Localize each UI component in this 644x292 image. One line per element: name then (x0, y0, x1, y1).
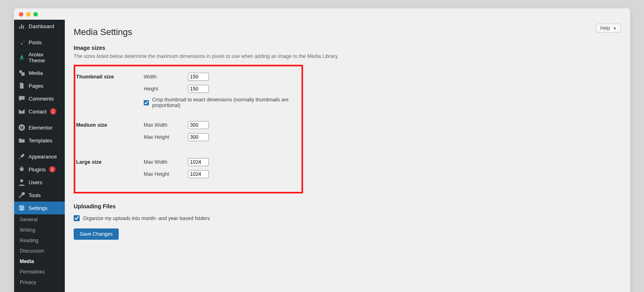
svg-point-2 (20, 179, 23, 182)
window-titlebar (14, 8, 630, 20)
large-max-width-input[interactable] (188, 158, 209, 166)
sidebar-item-label: Settings (29, 205, 47, 211)
thumbnail-size-label: Thumbnail size (75, 70, 144, 111)
thumbnail-height-label: Height (144, 86, 183, 92)
settings-sub-media[interactable]: Media (14, 256, 65, 267)
sidebar-item-label: Media (29, 70, 43, 76)
sidebar-item-label: Pages (29, 83, 43, 89)
image-sizes-highlight: Thumbnail size Width Height (74, 65, 303, 193)
pin-icon (18, 39, 25, 46)
help-label: Help (600, 25, 610, 31)
medium-max-width-label: Max Width (144, 122, 183, 128)
page-icon (18, 82, 25, 89)
svg-point-4 (22, 207, 24, 209)
sidebar-item-label: Users (29, 179, 42, 185)
comment-icon (18, 95, 25, 102)
sidebar-item-label: Dashboard (29, 23, 54, 29)
organize-uploads-label: Organize my uploads into month- and year… (83, 216, 210, 221)
sidebar-item-settings[interactable]: Settings (14, 202, 65, 214)
chevron-down-icon: ▼ (613, 27, 617, 31)
folder-icon (18, 137, 25, 144)
sidebar-item-comments[interactable]: Comments (14, 92, 65, 105)
sidebar-item-templates[interactable]: Templates (14, 134, 65, 147)
sidebar-badge-contact: 1 (50, 108, 56, 115)
thumbnail-width-label: Width (144, 74, 183, 80)
save-changes-button[interactable]: Save Changes (74, 228, 119, 240)
thumbnail-height-input[interactable] (188, 85, 209, 93)
medium-max-height-input[interactable] (188, 133, 209, 141)
window-minimize-dot[interactable] (26, 12, 31, 16)
medium-size-label: Medium size (75, 119, 144, 148)
plug-icon (18, 166, 25, 173)
section-heading-image-sizes: Image sizes (74, 45, 621, 51)
sidebar-item-label: Plugins (29, 167, 46, 173)
sidebar-item-tools[interactable]: Tools (14, 189, 65, 202)
sidebar-item-label: Posts (29, 39, 42, 45)
settings-sub-discussion[interactable]: Discussion (14, 246, 65, 256)
sidebar-item-label: Templates (29, 138, 52, 144)
sliders-icon (18, 204, 25, 212)
settings-sub-privacy[interactable]: Privacy (14, 277, 65, 288)
sidebar-item-media[interactable]: Media (14, 66, 65, 79)
sidebar-item-label: Elementor (29, 125, 52, 131)
dashboard-icon (18, 23, 25, 30)
svg-point-3 (20, 206, 22, 207)
browser-window: Dashboard Posts Arolax Theme Media Pages (14, 8, 630, 292)
settings-sub-permalinks[interactable]: Permalinks (14, 267, 65, 277)
sidebar-item-appearance[interactable]: Appearance (14, 150, 65, 163)
thumbnail-crop-label: Crop thumbnail to exact dimensions (norm… (152, 97, 295, 108)
window-close-dot[interactable] (19, 12, 23, 16)
settings-page: Help ▼ Media Settings Image sizes The si… (65, 20, 630, 292)
theme-icon (18, 54, 25, 61)
sidebar-item-dashboard[interactable]: Dashboard (14, 20, 65, 33)
settings-sub-general[interactable]: General (14, 214, 65, 225)
medium-max-height-label: Max Height (144, 134, 183, 140)
large-size-label: Large size (75, 156, 144, 185)
medium-max-width-input[interactable] (188, 121, 209, 129)
sidebar-item-label: Arolax Theme (29, 51, 61, 64)
brush-icon (18, 153, 25, 160)
svg-point-5 (21, 209, 22, 211)
sidebar-badge-plugins: 3 (49, 166, 56, 173)
media-icon (18, 69, 25, 76)
sidebar-item-elementor[interactable]: Elementor (14, 121, 65, 134)
large-max-height-label: Max Height (144, 171, 183, 177)
sidebar-item-users[interactable]: Users (14, 176, 65, 189)
sidebar-item-plugins[interactable]: Plugins 3 (14, 163, 65, 176)
sidebar-item-label: Comments (29, 96, 54, 102)
sidebar-item-label: Tools (29, 192, 41, 198)
sidebar-item-pages[interactable]: Pages (14, 79, 65, 92)
thumbnail-width-input[interactable] (188, 73, 209, 81)
large-max-height-input[interactable] (188, 170, 209, 178)
envelope-icon (18, 108, 25, 115)
sidebar-item-posts[interactable]: Posts (14, 36, 65, 49)
admin-sidebar: Dashboard Posts Arolax Theme Media Pages (14, 20, 65, 292)
sidebar-item-label: Contact (29, 109, 47, 115)
user-icon (18, 179, 25, 186)
large-max-width-label: Max Width (144, 159, 183, 165)
settings-sub-reading[interactable]: Reading (14, 235, 65, 246)
sidebar-item-label: Appearance (29, 154, 57, 160)
window-maximize-dot[interactable] (33, 12, 38, 16)
help-toggle[interactable]: Help ▼ (596, 24, 621, 33)
thumbnail-crop-checkbox[interactable] (144, 100, 149, 106)
sidebar-item-contact[interactable]: Contact 1 (14, 105, 65, 118)
elementor-icon (18, 124, 25, 131)
page-title: Media Settings (74, 27, 621, 37)
organize-uploads-checkbox[interactable] (74, 215, 80, 221)
sidebar-item-arolax-theme[interactable]: Arolax Theme (14, 49, 65, 66)
wrench-icon (18, 191, 25, 199)
image-sizes-description: The sizes listed below determine the max… (74, 53, 621, 59)
section-heading-uploading: Uploading Files (74, 203, 621, 210)
settings-sub-writing[interactable]: Writing (14, 225, 65, 235)
